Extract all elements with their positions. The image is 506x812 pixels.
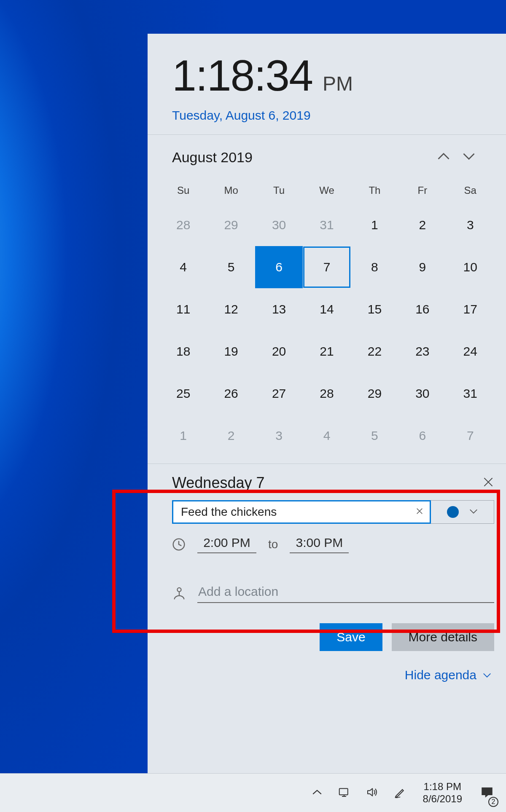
time-ampm: PM <box>323 72 353 95</box>
dow-header: Fr <box>398 175 446 204</box>
chevron-down-icon <box>463 152 475 163</box>
clock-header: 1:18:34 PM Tuesday, August 6, 2019 <box>148 34 506 135</box>
agenda-panel: Wednesday 7 <box>148 464 506 553</box>
tray-notifications-button[interactable]: 2 <box>471 774 503 812</box>
start-time-field[interactable]: 2:00 PM <box>197 536 256 553</box>
month-nav: August 2019 <box>148 135 506 171</box>
time-row: 1:18:34 PM <box>172 51 495 101</box>
network-icon <box>338 786 350 800</box>
notification-badge: 2 <box>488 797 498 807</box>
calendar-color-picker[interactable] <box>431 500 494 524</box>
hide-agenda-link[interactable]: Hide agenda <box>405 668 492 682</box>
close-agenda-button[interactable] <box>480 474 497 491</box>
clear-title-button[interactable] <box>413 505 426 519</box>
agenda-header: Wednesday 7 <box>172 474 494 492</box>
calendar-day[interactable]: 25 <box>159 373 207 415</box>
calendar-day[interactable]: 7 <box>303 246 350 288</box>
calendar-grid: SuMoTuWeThFrSa28293031123456789101112131… <box>148 171 506 457</box>
date-long[interactable]: Tuesday, August 6, 2019 <box>172 108 495 123</box>
calendar-day[interactable]: 15 <box>351 288 398 330</box>
calendar-day[interactable]: 12 <box>207 288 255 330</box>
taskbar: 1:18 PM 8/6/2019 2 <box>0 773 506 812</box>
calendar-day[interactable]: 22 <box>351 330 398 373</box>
button-row: Save More details <box>148 603 506 651</box>
close-icon <box>416 507 423 517</box>
chevron-down-icon <box>482 672 492 678</box>
event-time-row: 2:00 PM to 3:00 PM <box>172 536 494 553</box>
chevron-up-icon <box>437 152 450 163</box>
tray-network-button[interactable] <box>330 774 358 812</box>
calendar-day[interactable]: 5 <box>351 415 398 457</box>
hide-agenda-row: Hide agenda <box>148 651 506 682</box>
prev-month-button[interactable] <box>431 147 456 168</box>
tray-time: 1:18 PM <box>424 781 461 793</box>
calendar-day[interactable]: 4 <box>159 246 207 288</box>
calendar-day[interactable]: 2 <box>207 415 255 457</box>
calendar-day[interactable]: 27 <box>255 373 303 415</box>
svg-point-1 <box>177 588 181 592</box>
calendar-day[interactable]: 4 <box>303 415 350 457</box>
calendar-day[interactable]: 6 <box>255 246 303 288</box>
calendar-day[interactable]: 18 <box>159 330 207 373</box>
calendar-day[interactable]: 31 <box>303 204 350 246</box>
calendar-day[interactable]: 16 <box>398 288 446 330</box>
event-title-input[interactable] <box>181 505 413 519</box>
calendar-day[interactable]: 3 <box>447 204 494 246</box>
calendar-day[interactable]: 31 <box>447 373 494 415</box>
tray-volume-button[interactable] <box>358 774 386 812</box>
calendar-day[interactable]: 11 <box>159 288 207 330</box>
calendar-day[interactable]: 6 <box>398 415 446 457</box>
calendar-day[interactable]: 30 <box>255 204 303 246</box>
dow-header: Su <box>159 175 207 204</box>
calendar-day[interactable]: 21 <box>303 330 350 373</box>
tray-date: 8/6/2019 <box>423 793 462 805</box>
save-button[interactable]: Save <box>320 623 382 651</box>
calendar-day[interactable]: 24 <box>447 330 494 373</box>
calendar-day[interactable]: 1 <box>351 204 398 246</box>
time-value: 1:18:34 <box>172 51 312 101</box>
calendar-day[interactable]: 29 <box>207 204 255 246</box>
chevron-down-icon <box>469 508 478 516</box>
calendar-day[interactable]: 28 <box>159 204 207 246</box>
calendar-day[interactable]: 8 <box>351 246 398 288</box>
event-title-row <box>172 500 494 524</box>
calendar-day[interactable]: 10 <box>447 246 494 288</box>
calendar-day[interactable]: 3 <box>255 415 303 457</box>
tray-ink-button[interactable] <box>386 774 414 812</box>
month-label[interactable]: August 2019 <box>172 149 431 166</box>
next-month-button[interactable] <box>456 147 482 168</box>
calendar-day[interactable]: 26 <box>207 373 255 415</box>
calendar-day[interactable]: 2 <box>398 204 446 246</box>
dow-header: Tu <box>255 175 303 204</box>
tray-overflow-button[interactable] <box>304 774 330 812</box>
tray-clock[interactable]: 1:18 PM 8/6/2019 <box>414 774 471 812</box>
calendar-day[interactable]: 23 <box>398 330 446 373</box>
volume-icon <box>366 786 378 800</box>
close-icon <box>483 477 493 489</box>
color-dot-icon <box>447 506 459 518</box>
event-title-field-wrap <box>172 500 431 524</box>
calendar-day[interactable]: 14 <box>303 288 350 330</box>
clock-icon <box>172 538 186 551</box>
more-details-button[interactable]: More details <box>392 623 494 651</box>
calendar-day[interactable]: 9 <box>398 246 446 288</box>
to-label: to <box>268 538 278 551</box>
agenda-date-title: Wednesday 7 <box>172 474 480 492</box>
dow-header: Th <box>351 175 398 204</box>
calendar-day[interactable]: 28 <box>303 373 350 415</box>
calendar-day[interactable]: 19 <box>207 330 255 373</box>
calendar-day[interactable]: 7 <box>447 415 494 457</box>
pen-icon <box>393 786 406 800</box>
calendar-day[interactable]: 1 <box>159 415 207 457</box>
calendar-day[interactable]: 5 <box>207 246 255 288</box>
calendar-day[interactable]: 17 <box>447 288 494 330</box>
dow-header: Mo <box>207 175 255 204</box>
svg-rect-2 <box>339 788 347 795</box>
calendar-day[interactable]: 30 <box>398 373 446 415</box>
calendar-day[interactable]: 29 <box>351 373 398 415</box>
end-time-field[interactable]: 3:00 PM <box>290 536 349 553</box>
location-icon <box>172 586 186 603</box>
calendar-day[interactable]: 13 <box>255 288 303 330</box>
calendar-day[interactable]: 20 <box>255 330 303 373</box>
location-input[interactable] <box>197 583 494 603</box>
